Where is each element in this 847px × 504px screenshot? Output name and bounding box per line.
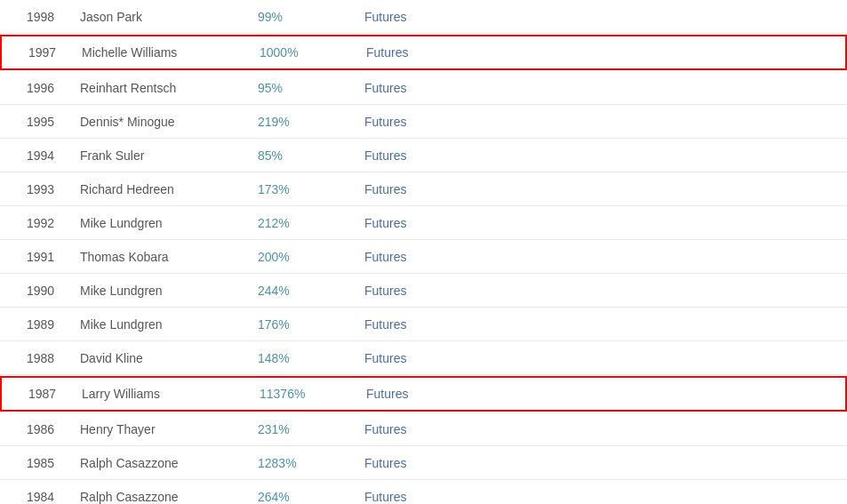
col-type[interactable]: Futures bbox=[356, 81, 462, 95]
col-type[interactable]: Futures bbox=[356, 456, 462, 470]
col-name: Henry Thayer bbox=[71, 422, 249, 436]
col-year: 1998 bbox=[0, 10, 71, 24]
col-pct: 264% bbox=[249, 490, 356, 504]
col-pct: 231% bbox=[249, 422, 356, 436]
col-year: 1989 bbox=[0, 317, 71, 332]
table-row: 1995 Dennis* Minogue 219% Futures bbox=[0, 105, 847, 139]
table-row: 1996 Reinhart Rentsch 95% Futures bbox=[0, 71, 847, 105]
col-type[interactable]: Futures bbox=[356, 284, 462, 298]
col-year: 1997 bbox=[2, 45, 73, 60]
col-year: 1990 bbox=[0, 284, 71, 298]
col-year: 1988 bbox=[0, 351, 71, 365]
table-row: 1988 David Kline 148% Futures bbox=[0, 341, 847, 375]
col-type[interactable]: Futures bbox=[356, 216, 462, 230]
col-year: 1992 bbox=[0, 216, 71, 230]
col-name: Larry Williams bbox=[73, 387, 251, 401]
col-name: Mike Lundgren bbox=[71, 284, 249, 298]
col-name: Michelle Williams bbox=[73, 45, 251, 60]
col-year: 1987 bbox=[2, 387, 73, 401]
col-pct: 99% bbox=[249, 10, 356, 24]
main-table: 1998 Jason Park 99% Futures 1997 Michell… bbox=[0, 0, 847, 504]
col-name: Ralph Casazzone bbox=[71, 456, 249, 470]
col-name: Dennis* Minogue bbox=[71, 115, 249, 129]
table-row: 1998 Jason Park 99% Futures bbox=[0, 0, 847, 34]
col-pct: 85% bbox=[249, 148, 356, 163]
col-year: 1985 bbox=[0, 456, 71, 470]
col-year: 1986 bbox=[0, 422, 71, 436]
table-row: 1997 Michelle Williams 1000% Futures bbox=[0, 35, 847, 70]
col-type[interactable]: Futures bbox=[356, 351, 462, 365]
col-type[interactable]: Futures bbox=[356, 115, 462, 129]
col-year: 1994 bbox=[0, 148, 71, 163]
col-type[interactable]: Futures bbox=[356, 422, 462, 436]
col-pct: 11376% bbox=[251, 387, 357, 401]
table-row: 1984 Ralph Casazzone 264% Futures bbox=[0, 480, 847, 504]
col-pct: 148% bbox=[249, 351, 356, 365]
col-pct: 1283% bbox=[249, 456, 356, 470]
col-type[interactable]: Futures bbox=[357, 387, 464, 401]
col-pct: 212% bbox=[249, 216, 356, 230]
table-row: 1994 Frank Suler 85% Futures bbox=[0, 139, 847, 172]
col-year: 1993 bbox=[0, 182, 71, 196]
col-name: Richard Hedreen bbox=[71, 182, 249, 196]
col-type[interactable]: Futures bbox=[356, 148, 462, 163]
col-year: 1995 bbox=[0, 115, 71, 129]
col-year: 1991 bbox=[0, 250, 71, 264]
col-pct: 95% bbox=[249, 81, 356, 95]
col-type[interactable]: Futures bbox=[356, 490, 462, 504]
col-pct: 173% bbox=[249, 182, 356, 196]
col-type[interactable]: Futures bbox=[356, 317, 462, 332]
col-name: Frank Suler bbox=[71, 148, 249, 163]
table-row: 1986 Henry Thayer 231% Futures bbox=[0, 412, 847, 446]
col-type[interactable]: Futures bbox=[356, 182, 462, 196]
col-type[interactable]: Futures bbox=[356, 10, 462, 24]
col-pct: 244% bbox=[249, 284, 356, 298]
col-year: 1996 bbox=[0, 81, 71, 95]
col-type[interactable]: Futures bbox=[356, 250, 462, 264]
table-row: 1987 Larry Williams 11376% Futures bbox=[0, 376, 847, 412]
col-pct: 200% bbox=[249, 250, 356, 264]
table-row: 1985 Ralph Casazzone 1283% Futures bbox=[0, 446, 847, 480]
col-type[interactable]: Futures bbox=[357, 45, 464, 60]
table-row: 1992 Mike Lundgren 212% Futures bbox=[0, 206, 847, 240]
col-name: Mike Lundgren bbox=[71, 216, 249, 230]
col-name: Jason Park bbox=[71, 10, 249, 24]
table-row: 1991 Thomas Kobara 200% Futures bbox=[0, 240, 847, 274]
col-pct: 176% bbox=[249, 317, 356, 332]
col-name: Mike Lundgren bbox=[71, 317, 249, 332]
col-name: David Kline bbox=[71, 351, 249, 365]
table-row: 1990 Mike Lundgren 244% Futures bbox=[0, 274, 847, 308]
col-name: Ralph Casazzone bbox=[71, 490, 249, 504]
col-name: Reinhart Rentsch bbox=[71, 81, 249, 95]
col-pct: 219% bbox=[249, 115, 356, 129]
table-row: 1993 Richard Hedreen 173% Futures bbox=[0, 172, 847, 206]
col-name: Thomas Kobara bbox=[71, 250, 249, 264]
col-pct: 1000% bbox=[251, 45, 357, 60]
col-year: 1984 bbox=[0, 490, 71, 504]
table-row: 1989 Mike Lundgren 176% Futures bbox=[0, 308, 847, 341]
